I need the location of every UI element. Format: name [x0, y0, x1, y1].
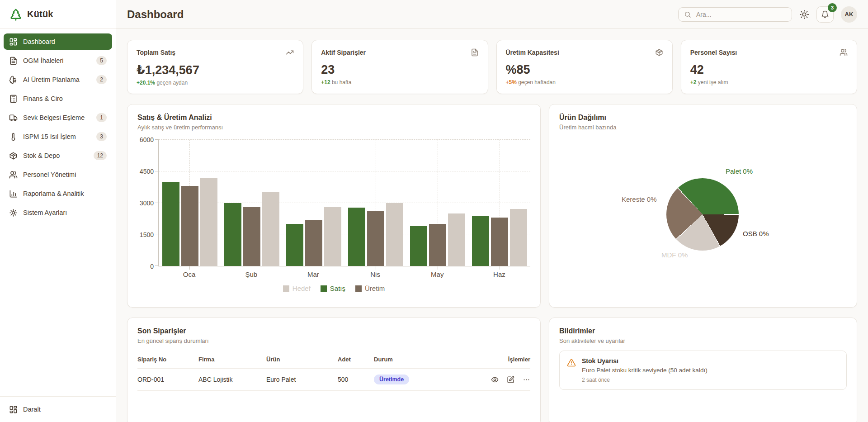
sidebar-item-label: ISPM 15 Isıl İşlem — [23, 133, 91, 140]
y-tick-label: 0 — [150, 263, 154, 270]
avatar[interactable]: AK — [841, 6, 857, 23]
main-area: Dashboard 3 AK Toplam Satış₺1,234,567+20… — [116, 0, 868, 422]
brain-circuit-icon — [9, 76, 18, 84]
table-row: ORD-001 ABC Lojistik Euro Palet 500 Üret… — [137, 369, 530, 391]
theme-toggle-button[interactable] — [799, 9, 809, 19]
notification-item-time: 2 saat önce — [582, 377, 708, 383]
col-product: Ürün — [266, 356, 338, 363]
orders-subtitle: En güncel sipariş durumları — [137, 337, 530, 344]
view-order-icon[interactable] — [491, 376, 499, 384]
collapse-sidebar-button[interactable]: Daralt — [4, 401, 112, 417]
sidebar-item-ispm-15-is-l-i-lem[interactable]: ISPM 15 Isıl İşlem3 — [4, 128, 112, 145]
app-logo: Kütük — [0, 0, 116, 29]
users-icon — [840, 48, 848, 57]
bar-retim-haz — [491, 218, 508, 266]
edit-order-icon[interactable] — [507, 376, 514, 384]
sidebar-item-finans-ciro[interactable]: Finans & Ciro — [4, 90, 112, 107]
stat-card-toplam-sat: Toplam Satış₺1,234,567+20.1% geçen aydan — [127, 40, 303, 94]
trending-up-icon — [286, 48, 294, 57]
bell-icon — [821, 10, 829, 19]
order-qty: 500 — [338, 376, 374, 383]
bar-chart-subtitle: Aylık satış ve üretim performansı — [137, 124, 530, 131]
sidebar: Kütük DashboardOGM İhaleleri5AI Üretim P… — [0, 0, 116, 422]
dashboard-content: Toplam Satış₺1,234,567+20.1% geçen aydan… — [116, 29, 868, 422]
notification-item-desc: Euro Palet stoku kritik seviyede (50 ade… — [582, 367, 708, 374]
collapse-sidebar-label: Daralt — [23, 406, 107, 413]
page-title: Dashboard — [127, 8, 184, 21]
notification-item-title: Stok Uyarısı — [582, 357, 708, 365]
sidebar-item-sistem-ayarlar[interactable]: Sistem Ayarları — [4, 204, 112, 221]
recent-orders-panel: Son Siparişler En güncel sipariş durumla… — [127, 318, 541, 422]
legend-swatch — [283, 285, 289, 292]
stat-card-retim-kapasitesi: Üretim Kapasitesi%85+5% geçen haftadan — [496, 40, 673, 94]
orders-table: Sipariş No Firma Ürün Adet Durum İşlemle… — [137, 351, 530, 391]
pie-chart-title: Ürün Dağılımı — [559, 114, 847, 122]
pie-chart-subtitle: Üretim hacmi bazında — [559, 124, 847, 131]
bar-hedef-may — [448, 213, 465, 266]
stat-cards-row: Toplam Satış₺1,234,567+20.1% geçen aydan… — [127, 40, 857, 94]
more-actions-icon[interactable] — [523, 376, 530, 384]
legend-label: Hedef — [292, 284, 311, 292]
sidebar-item-personel-y-netimi[interactable]: Personel Yönetimi — [4, 166, 112, 183]
bar-sat-nis — [348, 208, 365, 266]
bar-group-ub — [221, 140, 283, 266]
sun-icon — [799, 9, 809, 19]
sidebar-item-label: OGM İhaleleri — [23, 57, 91, 64]
sidebar-item-label: Personel Yönetimi — [23, 171, 107, 178]
bar-sat-oca — [162, 182, 179, 266]
collapse-sidebar-icon — [9, 405, 18, 414]
sidebar-item-label: AI Üretim Planlama — [23, 76, 91, 83]
file-text-icon — [471, 48, 479, 57]
bar-group-haz — [468, 140, 530, 266]
order-firm: ABC Lojistik — [198, 376, 266, 383]
y-tick-label: 3000 — [140, 199, 154, 207]
settings-icon — [9, 209, 18, 217]
warning-triangle-icon — [567, 358, 576, 367]
legend-swatch — [355, 285, 362, 292]
pie-label-mdf: MDF 0% — [661, 251, 688, 259]
charts-row: Satış & Üretim Analizi Aylık satış ve ür… — [127, 104, 857, 308]
sidebar-item-label: Sevk Belgesi Eşleme — [23, 114, 91, 121]
legend-item-hedef: Hedef — [283, 284, 311, 292]
sidebar-item-ai-retim-planlama[interactable]: AI Üretim Planlama2 — [4, 71, 112, 88]
pie-chart: OSB 0%MDF 0%Kereste 0%Palet 0% — [559, 131, 847, 298]
bar-hedef-haz — [510, 209, 527, 266]
search-box[interactable] — [678, 7, 792, 22]
sidebar-item-raporlama-analitik[interactable]: Raporlama & Analitik — [4, 185, 112, 202]
notifications-button[interactable]: 3 — [816, 6, 834, 23]
order-product: Euro Palet — [266, 376, 338, 383]
notification-item: Stok Uyarısı Euro Palet stoku kritik sev… — [559, 351, 847, 390]
search-input[interactable] — [695, 10, 786, 19]
bar-group-mar — [283, 140, 344, 266]
bar-hedef-nis — [386, 203, 403, 266]
sidebar-item-sevk-belgesi-e-leme[interactable]: Sevk Belgesi Eşleme1 — [4, 109, 112, 126]
sidebar-item-label: Stok & Depo — [23, 152, 88, 159]
sidebar-item-ogm-i-haleleri[interactable]: OGM İhaleleri5 — [4, 52, 112, 69]
bar-chart-title: Satış & Üretim Analizi — [137, 114, 530, 122]
sidebar-item-badge: 5 — [96, 56, 107, 65]
package-icon — [655, 48, 663, 57]
sidebar-item-label: Sistem Ayarları — [23, 209, 107, 216]
tree-pine-logo-icon — [9, 8, 23, 21]
stat-card-personel-say-s: Personel Sayısı42+2 yeni işe alım — [681, 40, 857, 94]
dashboard-grid-icon — [9, 38, 18, 46]
bar-group-nis — [344, 140, 406, 266]
sidebar-item-dashboard[interactable]: Dashboard — [4, 33, 112, 50]
sidebar-item-stok-depo[interactable]: Stok & Depo12 — [4, 147, 112, 164]
stat-card-label: Üretim Kapasitesi — [506, 49, 559, 56]
sidebar-item-label: Finans & Ciro — [23, 95, 107, 102]
bar-retim-mar — [305, 220, 322, 266]
sidebar-item-badge: 3 — [96, 132, 107, 141]
truck-icon — [9, 114, 18, 122]
file-text-icon — [9, 57, 18, 65]
bar-retim-oca — [181, 186, 198, 266]
bar-chart-plot-area — [158, 140, 530, 266]
stat-card-delta: +20.1% geçen aydan — [137, 80, 294, 86]
stat-card-value: 23 — [321, 63, 478, 77]
pie — [666, 178, 739, 251]
bar-retim-ub — [243, 207, 260, 266]
bar-chart-icon — [9, 190, 18, 198]
bar-retim-may — [429, 224, 446, 266]
pie-label-kereste: Kereste 0% — [622, 195, 657, 203]
sidebar-item-badge: 1 — [96, 113, 107, 122]
